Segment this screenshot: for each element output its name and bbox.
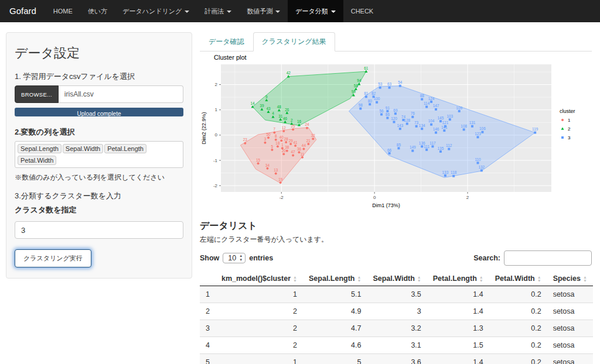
sort-icon[interactable] [537, 276, 541, 282]
column-header[interactable]: Species [547, 270, 593, 286]
main-panel: データ確認クラスタリング結果 -202-2-101223712252450840… [200, 32, 592, 364]
upload-progress-label: Upload complete [77, 111, 121, 117]
selected-column-tag[interactable]: Sepal.Width [63, 144, 103, 153]
sort-icon[interactable] [357, 276, 361, 282]
column-header[interactable]: Petal.Width [489, 270, 547, 286]
table-row[interactable]: 424.63.11.50.2setosa [200, 337, 593, 354]
column-select-input[interactable]: Sepal.LengthSepal.WidthPetal.LengthPetal… [15, 141, 183, 168]
sort-icon[interactable] [583, 276, 587, 282]
svg-text:Dim2 (22.9%): Dim2 (22.9%) [201, 112, 207, 144]
svg-text:146: 146 [433, 127, 439, 131]
svg-text:94: 94 [357, 78, 362, 83]
nav-item-planning[interactable]: 計画法 [197, 0, 239, 22]
svg-text:9: 9 [265, 95, 268, 99]
table-row[interactable]: 324.73.21.30.2setosa [200, 320, 593, 337]
page-length-value: 10 [228, 254, 236, 262]
column-header-label: km_model()$cluster [221, 274, 291, 283]
svg-text:106: 106 [479, 126, 486, 131]
sort-icon[interactable] [293, 276, 297, 282]
page-length-select[interactable]: 10 ▲▼ [223, 253, 246, 263]
sidebar-panel: データ設定 1. 学習用データcsvファイルを選択 BROWSE... iris… [6, 32, 192, 279]
table-row[interactable]: 224.931.40.2setosa [200, 303, 593, 320]
svg-text:16: 16 [297, 119, 302, 123]
svg-text:2: 2 [215, 82, 218, 87]
svg-text:91: 91 [386, 106, 390, 110]
step1-label: 1. 学習用データcsvファイルを選択 [15, 71, 183, 82]
svg-text:18: 18 [275, 141, 280, 145]
nav-item-prediction[interactable]: 数値予測 [239, 0, 288, 22]
cluster-plot-svg: -202-2-101223712252450840282941181538364… [200, 53, 589, 212]
svg-text:13: 13 [274, 168, 278, 172]
show-label: Show [200, 254, 219, 262]
column-header[interactable]: Sepal.Width [367, 270, 427, 286]
table-row[interactable]: 5153.61.40.2setosa [200, 354, 593, 364]
column-header-label: Species [553, 274, 581, 283]
svg-text:-1: -1 [213, 158, 218, 163]
selected-column-tag[interactable]: Petal.Width [18, 156, 56, 165]
table-cell: 4.6 [303, 337, 367, 354]
column-header[interactable]: Sepal.Length [303, 270, 367, 286]
browse-button[interactable]: BROWSE... [15, 85, 59, 103]
sort-icon[interactable] [417, 276, 421, 282]
svg-text:149: 149 [410, 145, 416, 149]
navbar-items: HOME使い方データハンドリング計画法数値予測データ分類CHECK [46, 0, 381, 22]
table-cell: 2 [200, 303, 216, 320]
svg-text:82: 82 [371, 91, 376, 95]
table-cell: 1.3 [427, 320, 489, 337]
svg-text:47: 47 [291, 150, 296, 154]
svg-text:3: 3 [568, 135, 571, 140]
svg-text:54: 54 [398, 80, 403, 84]
svg-text:131: 131 [469, 121, 476, 125]
run-clustering-button[interactable]: クラスタリング実行 [15, 249, 91, 267]
svg-text:20: 20 [282, 149, 287, 153]
nav-item-data-handling[interactable]: データハンドリング [115, 0, 197, 22]
svg-text:109: 109 [456, 106, 462, 110]
search-input[interactable] [504, 250, 592, 266]
table-cell: 2 [216, 320, 303, 337]
selected-column-tag[interactable]: Petal.Length [104, 144, 146, 153]
sort-icon[interactable] [479, 276, 483, 282]
column-note: ※数値のみが入っている列を選択してください [15, 173, 183, 183]
svg-text:147: 147 [433, 104, 439, 108]
table-cell: 4.9 [303, 303, 367, 320]
nav-item-usage[interactable]: 使い方 [80, 0, 115, 22]
selected-column-tag[interactable]: Sepal.Length [18, 144, 62, 153]
svg-text:135: 135 [438, 146, 444, 150]
cluster-plot: -202-2-101223712252450840282941181538364… [200, 53, 592, 214]
filename-field[interactable]: irisAll.csv [59, 85, 183, 103]
table-cell: 1 [216, 286, 303, 303]
column-header[interactable]: km_model()$cluster [216, 270, 303, 286]
svg-text:5: 5 [271, 145, 274, 149]
chevron-down-icon [331, 11, 336, 13]
nav-item-home[interactable]: HOME [46, 0, 80, 22]
nav-item-check[interactable]: CHECK [343, 0, 381, 22]
svg-text:56: 56 [380, 109, 384, 113]
table-cell: setosa [547, 303, 593, 320]
app-root: Gofard HOME使い方データハンドリング計画法数値予測データ分類CHECK… [0, 0, 600, 364]
page-length-control: Show 10 ▲▼ entries [200, 253, 273, 263]
svg-text:32: 32 [311, 133, 316, 138]
svg-text:63: 63 [387, 82, 392, 86]
svg-text:8: 8 [275, 134, 277, 138]
cluster-count-input[interactable] [15, 221, 183, 239]
tab-clustering-result[interactable]: クラスタリング結果 [253, 32, 335, 51]
nav-item-classification[interactable]: データ分類 [288, 0, 343, 22]
svg-text:28: 28 [284, 137, 289, 141]
svg-text:114: 114 [424, 101, 430, 105]
table-cell: 5 [200, 354, 216, 364]
svg-text:44: 44 [302, 143, 306, 147]
svg-text:117: 117 [429, 141, 436, 145]
table-cell: 2 [216, 303, 303, 320]
column-header[interactable]: Petal.Length [427, 270, 489, 286]
svg-text:46: 46 [283, 116, 288, 121]
svg-text:11: 11 [301, 152, 305, 156]
svg-text:21: 21 [306, 139, 311, 143]
navbar-brand[interactable]: Gofard [0, 0, 46, 22]
svg-text:-2: -2 [213, 183, 218, 188]
table-cell: 1 [216, 354, 303, 364]
table-row[interactable]: 115.13.51.40.2setosa [200, 286, 593, 303]
svg-text:98: 98 [359, 103, 363, 107]
column-header[interactable] [200, 270, 216, 286]
tab-data-check[interactable]: データ確認 [200, 32, 253, 51]
table-description: 左端にクラスター番号が入っています。 [200, 235, 592, 245]
